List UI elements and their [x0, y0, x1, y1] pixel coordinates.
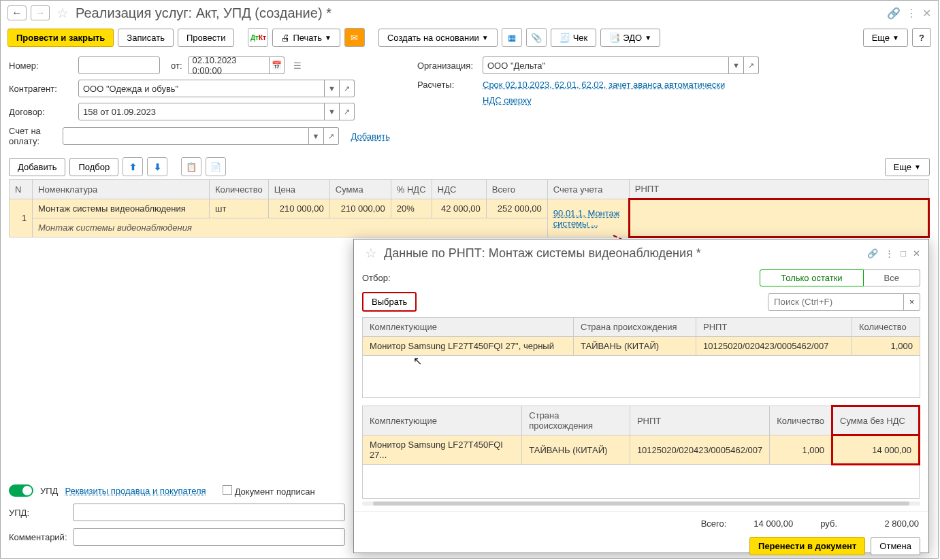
- calc-link[interactable]: Срок 02.10.2023, 62.01, 62.02, зачет ава…: [483, 80, 725, 90]
- attachment-icon[interactable]: 📎: [526, 28, 547, 47]
- clear-search-icon[interactable]: ×: [904, 293, 920, 311]
- cell-price[interactable]: 210 000,00: [268, 199, 329, 218]
- col-qty[interactable]: Количество: [852, 318, 920, 337]
- number-field[interactable]: [78, 56, 160, 74]
- table-row[interactable]: 1 Монтаж системы видеонаблюдения шт 210 …: [10, 199, 929, 218]
- cell-vat-pct[interactable]: 20%: [391, 199, 432, 218]
- cell-item[interactable]: Монитор Samsung LF27T450FQI 27", черный: [363, 337, 574, 356]
- col-rnpt[interactable]: РНПТ: [696, 318, 852, 337]
- date-field[interactable]: 02.10.2023 0:00:00: [188, 56, 270, 74]
- cheque-button[interactable]: 🧾Чек: [551, 29, 597, 47]
- link-icon[interactable]: 🔗: [867, 248, 878, 259]
- cell-sum[interactable]: 14 000,00: [832, 435, 920, 465]
- contragent-field[interactable]: ООО "Одежда и обувь": [78, 80, 325, 97]
- paste-icon[interactable]: 📄: [206, 157, 226, 176]
- col-total[interactable]: Всего: [486, 180, 547, 199]
- print-button[interactable]: 🖨Печать▼: [272, 29, 340, 47]
- invoice-field[interactable]: [63, 127, 309, 145]
- cell-qty[interactable]: шт: [210, 199, 269, 218]
- cell-vat[interactable]: 42 000,00: [432, 199, 486, 218]
- col-item[interactable]: Комплектующие: [363, 318, 574, 337]
- col-qty[interactable]: Количество: [210, 180, 269, 199]
- select-button[interactable]: Выбрать: [362, 292, 417, 312]
- col-sum[interactable]: Сумма: [329, 180, 391, 199]
- upd-toggle[interactable]: [9, 484, 33, 497]
- form-mode-icon[interactable]: ☰: [290, 58, 305, 73]
- open-ref-icon[interactable]: ↗: [340, 80, 355, 97]
- col-vat-pct[interactable]: % НДС: [391, 180, 432, 199]
- upd-field-ref[interactable]: [73, 504, 345, 521]
- col-n[interactable]: N: [10, 180, 33, 199]
- table-more-button[interactable]: Еще▼: [885, 158, 930, 176]
- add-invoice-link[interactable]: Добавить: [351, 131, 390, 142]
- favorite-star-icon[interactable]: ☆: [56, 5, 69, 21]
- cell-qty[interactable]: 1,000: [770, 435, 832, 465]
- cell-nomen-sub[interactable]: Монтаж системы видеонаблюдения: [33, 218, 548, 237]
- favorite-star-icon[interactable]: ☆: [365, 245, 377, 261]
- dropdown-icon[interactable]: ▼: [325, 103, 340, 120]
- email-icon[interactable]: ✉: [344, 28, 365, 47]
- col-rnpt[interactable]: РНПТ: [629, 180, 928, 199]
- table-row[interactable]: Монитор Samsung LF27T450FQI 27... ТАЙВАН…: [363, 435, 920, 465]
- table-row[interactable]: Монитор Samsung LF27T450FQI 27", черный …: [363, 337, 920, 356]
- copy-icon[interactable]: 📋: [181, 157, 201, 176]
- forward-button[interactable]: →: [31, 5, 50, 20]
- seg-all[interactable]: Все: [864, 269, 920, 286]
- close-icon[interactable]: ✕: [922, 7, 931, 20]
- col-nomen[interactable]: Номенклатура: [33, 180, 210, 199]
- close-icon[interactable]: ✕: [913, 248, 920, 259]
- cell-item[interactable]: Монитор Samsung LF27T450FQI 27...: [363, 435, 522, 465]
- col-country[interactable]: Страна происхождения: [574, 318, 696, 337]
- cancel-button[interactable]: Отмена: [871, 537, 920, 555]
- org-field[interactable]: ООО "Дельта": [483, 56, 729, 74]
- col-accounts[interactable]: Счета учета: [547, 180, 629, 199]
- doc-signed-checkbox[interactable]: [223, 485, 232, 495]
- link-icon[interactable]: 🔗: [887, 7, 901, 20]
- kebab-icon[interactable]: ⋮: [906, 7, 917, 20]
- open-ref-icon[interactable]: ↗: [340, 103, 355, 120]
- cell-rnpt[interactable]: 10125020/020423/0005462/007: [696, 337, 852, 356]
- calendar-icon[interactable]: 📅: [270, 56, 285, 74]
- nds-link[interactable]: НДС сверху: [483, 95, 532, 105]
- col-item[interactable]: Комплектующие: [363, 406, 522, 435]
- pick-button[interactable]: Подбор: [69, 158, 118, 176]
- cell-rnpt[interactable]: 10125020/020423/0005462/007: [630, 435, 769, 465]
- seg-only-balances[interactable]: Только остатки: [760, 269, 863, 286]
- dropdown-icon[interactable]: ▼: [729, 56, 744, 74]
- post-and-close-button[interactable]: Провести и закрыть: [7, 29, 114, 47]
- col-country[interactable]: Страна происхождения: [522, 406, 630, 435]
- comment-field[interactable]: [73, 528, 345, 546]
- help-button[interactable]: ?: [912, 28, 931, 47]
- search-input[interactable]: [768, 293, 904, 311]
- back-button[interactable]: ←: [7, 5, 27, 20]
- dtk-icon[interactable]: ДтКт: [248, 28, 268, 47]
- edo-button[interactable]: 📑ЭДО▼: [600, 29, 660, 47]
- open-ref-icon[interactable]: ↗: [744, 56, 759, 74]
- scrollbar[interactable]: [362, 501, 920, 506]
- post-button[interactable]: Провести: [178, 29, 235, 47]
- transfer-button[interactable]: Перенести в документ: [749, 537, 865, 555]
- cell-qty[interactable]: 1,000: [852, 337, 920, 356]
- more-button[interactable]: Еще▼: [863, 29, 908, 47]
- contract-field[interactable]: 158 от 01.09.2023: [78, 103, 325, 120]
- dropdown-icon[interactable]: ▼: [309, 127, 324, 145]
- kebab-icon[interactable]: ⋮: [885, 248, 894, 259]
- open-ref-icon[interactable]: ↗: [324, 127, 339, 145]
- move-down-icon[interactable]: ⬇: [147, 157, 167, 176]
- seller-buyer-link[interactable]: Реквизиты продавца и покупателя: [65, 486, 206, 496]
- cell-country[interactable]: ТАЙВАНЬ (КИТАЙ): [574, 337, 696, 356]
- create-based-on-button[interactable]: Создать на основании▼: [378, 29, 498, 47]
- add-row-button[interactable]: Добавить: [9, 158, 65, 176]
- save-button[interactable]: Записать: [118, 29, 174, 47]
- col-qty[interactable]: Количество: [770, 406, 832, 435]
- cell-sum[interactable]: 210 000,00: [329, 199, 391, 218]
- move-up-icon[interactable]: ⬆: [123, 157, 143, 176]
- structure-icon[interactable]: ▦: [502, 28, 522, 47]
- col-vat[interactable]: НДС: [432, 180, 486, 199]
- cell-n[interactable]: 1: [10, 199, 33, 237]
- cell-accounts[interactable]: 90.01.1, Монтаж системы ...: [547, 199, 629, 237]
- col-rnpt[interactable]: РНПТ: [630, 406, 769, 435]
- cell-rnpt[interactable]: [629, 199, 928, 237]
- cell-nomen[interactable]: Монтаж системы видеонаблюдения: [33, 199, 210, 218]
- col-sum-no-vat[interactable]: Сумма без НДС: [832, 406, 920, 435]
